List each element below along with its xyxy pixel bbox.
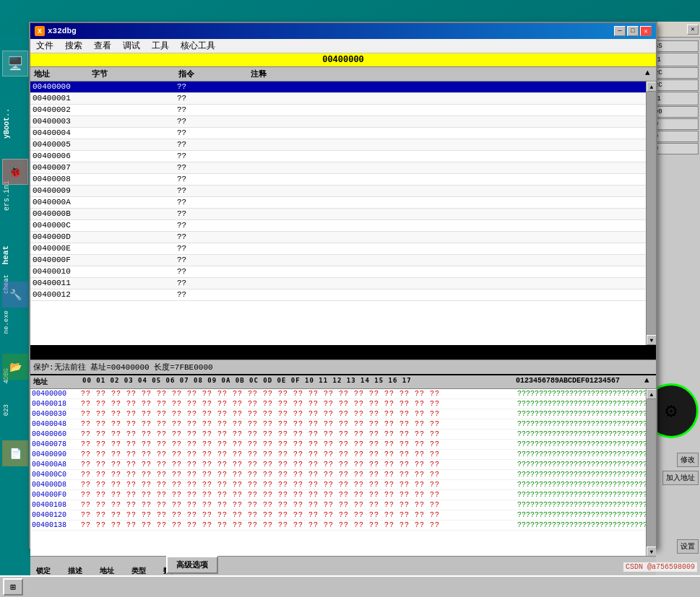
disasm-cell-bytes [88,243,175,254]
hex-row[interactable]: 004000D8 ?? ?? ?? ?? ?? ?? ?? ?? ?? ?? ?… [30,480,646,490]
disasm-cell-bytes [88,105,175,116]
hex-row[interactable]: 00400108 ?? ?? ?? ?? ?? ?? ?? ?? ?? ?? ?… [30,500,646,510]
menu-tools[interactable]: 工具 [149,39,172,53]
disasm-row[interactable]: 00400001 ?? [30,93,646,105]
hex-row[interactable]: 00400030 ?? ?? ?? ?? ?? ?? ?? ?? ?? ?? ?… [30,409,646,419]
hex-row[interactable]: 00400090 ?? ?? ?? ?? ?? ?? ?? ?? ?? ?? ?… [30,450,646,460]
disasm-cell-instr: ?? [175,139,247,150]
icon-4[interactable]: 📂 [2,354,28,380]
hex-row[interactable]: 00400000 ?? ?? ?? ?? ?? ?? ?? ?? ?? ?? ?… [30,389,646,399]
hex-rows[interactable]: 00400000 ?? ?? ?? ?? ?? ?? ?? ?? ?? ?? ?… [30,389,646,556]
hex-row[interactable]: 00400048 ?? ?? ?? ?? ?? ?? ?? ?? ?? ?? ?… [30,419,646,430]
disasm-row[interactable]: 00400009 ?? [30,186,646,197]
hex-cell-ascii: ???????????????????????????????? [516,400,646,408]
hex-cell-addr: 00400030 [30,410,79,418]
hex-cell-bytes: ?? ?? ?? ?? ?? ?? ?? ?? ?? ?? ?? ?? ?? ?… [79,410,516,418]
disasm-scroll-down[interactable]: ▼ [647,335,656,345]
hex-scroll-down[interactable]: ▼ [647,546,656,556]
hex-row[interactable]: 004000A8 ?? ?? ?? ?? ?? ?? ?? ?? ?? ?? ?… [30,460,646,470]
hex-cell-bytes: ?? ?? ?? ?? ?? ?? ?? ?? ?? ?? ?? ?? ?? ?… [79,511,516,519]
hex-cell-ascii: ???????????????????????????????? [516,450,646,458]
hex-cell-addr: 00400120 [30,511,79,519]
hex-cell-bytes: ?? ?? ?? ?? ?? ?? ?? ?? ?? ?? ?? ?? ?? ?… [79,400,516,408]
modify-btn[interactable]: 修改 [677,453,699,467]
disasm-row[interactable]: 00400011 ?? [30,278,646,289]
settings-btn[interactable]: 设置 [677,539,699,554]
disasm-cell-comment [247,278,646,289]
disasm-row[interactable]: 00400007 ?? [30,162,646,174]
disasm-cell-instr: ?? [175,197,247,208]
debugger-window: x x32dbg — □ ✕ 文件 搜索 查看 调试 工具 核心工具 00400… [29,22,657,549]
disasm-row[interactable]: 00400006 ?? [30,151,646,162]
disasm-header: 地址 字节 指令 注释 ▲ [30,67,656,82]
address-bar: 00400000 [30,53,656,67]
hex-cell-addr: 00400108 [30,501,79,509]
menu-search[interactable]: 搜索 [62,39,85,53]
disasm-cell-comment [247,186,646,196]
hex-row[interactable]: 00400018 ?? ?? ?? ?? ?? ?? ?? ?? ?? ?? ?… [30,399,646,409]
disasm-row[interactable]: 00400005 ?? [30,139,646,151]
disasm-row[interactable]: 0040000A ?? [30,197,646,209]
disasm-cell-instr: ?? [175,289,247,300]
minimize-btn[interactable]: — [614,26,626,36]
disasm-scrollbar[interactable]: ▲ ▼ [646,82,656,345]
disasm-row[interactable]: 00400012 ?? [30,289,646,301]
hex-cell-bytes: ?? ?? ?? ?? ?? ?? ?? ?? ?? ?? ?? ?? ?? ?… [79,461,516,469]
hex-cell-addr: 00400090 [30,450,79,458]
close-btn[interactable]: ✕ [640,26,652,36]
cheat-text: heat [1,245,10,264]
disasm-row[interactable]: 00400008 ?? [30,174,646,186]
menu-file[interactable]: 文件 [33,39,56,53]
hex-row[interactable]: 00400078 ?? ?? ?? ?? ?? ?? ?? ?? ?? ?? ?… [30,440,646,450]
right-close-btn[interactable]: ✕ [687,25,699,35]
hex-cell-ascii: ???????????????????????????????? [516,430,646,438]
disasm-row[interactable]: 0040000D ?? [30,232,646,243]
advanced-options-btn[interactable]: 高级选项 [166,556,218,574]
hex-row[interactable]: 004000F0 ?? ?? ?? ?? ?? ?? ?? ?? ?? ?? ?… [30,490,646,500]
disasm-cell-comment [247,105,646,116]
disasm-cell-instr: ?? [175,243,247,254]
disasm-scroll-up[interactable]: ▲ [647,82,656,92]
disasm-cell-addr: 00400008 [30,174,88,185]
icon-2[interactable]: 🐞 [2,159,28,185]
start-btn[interactable]: ⊞ [3,578,23,596]
hex-cell-bytes: ?? ?? ?? ?? ?? ?? ?? ?? ?? ?? ?? ?? ?? ?… [79,450,516,458]
hex-scroll-up[interactable]: ▲ [647,389,656,399]
disasm-cell-instr: ?? [175,278,247,289]
disasm-row[interactable]: 0040000C ?? [30,220,646,232]
disasm-cell-instr: ?? [175,105,247,116]
disasm-cell-addr: 00400012 [30,289,88,300]
add-addr-btn[interactable]: 加入地址 [662,471,699,485]
menu-bar: 文件 搜索 查看 调试 工具 核心工具 [30,39,656,53]
icon-1[interactable]: 🖥️ [2,51,28,77]
hex-col-bytes: 00 01 02 03 04 05 06 07 08 09 0A 0B 0C 0… [81,376,514,388]
disasm-row[interactable]: 0040000B ?? [30,209,646,220]
disasm-cell-instr: ?? [175,93,247,104]
hex-row[interactable]: 00400138 ?? ?? ?? ?? ?? ?? ?? ?? ?? ?? ?… [30,520,646,531]
disasm-row[interactable]: 0040000E ?? [30,243,646,255]
menu-core[interactable]: 核心工具 [178,39,218,53]
csdn-watermark: CSDN @a756598009 [623,562,697,572]
icon-5[interactable]: 📄 [2,440,28,466]
disasm-panel: 地址 字节 指令 注释 ▲ 00400000 ?? 00400001 ?? 00… [30,67,656,345]
disasm-cell-addr: 0040000A [30,197,88,208]
disasm-row[interactable]: 0040000F ?? [30,255,646,266]
disasm-cell-bytes [88,128,175,139]
hex-cell-bytes: ?? ?? ?? ?? ?? ?? ?? ?? ?? ?? ?? ?? ?? ?… [79,501,516,509]
disasm-cell-comment [247,82,646,92]
disasm-row[interactable]: 00400010 ?? [30,266,646,278]
disasm-cell-comment [247,266,646,277]
icon-3[interactable]: 🔧 [2,282,28,308]
disasm-row[interactable]: 00400000 ?? [30,82,646,93]
hex-row[interactable]: 00400060 ?? ?? ?? ?? ?? ?? ?? ?? ?? ?? ?… [30,430,646,440]
hex-row[interactable]: 00400120 ?? ?? ?? ?? ?? ?? ?? ?? ?? ?? ?… [30,510,646,520]
maximize-btn[interactable]: □ [627,26,639,36]
disasm-row[interactable]: 00400002 ?? [30,105,646,116]
disasm-rows[interactable]: 00400000 ?? 00400001 ?? 00400002 ?? 0040… [30,82,646,331]
disasm-row[interactable]: 00400004 ?? [30,128,646,139]
hex-row[interactable]: 004000C0 ?? ?? ?? ?? ?? ?? ?? ?? ?? ?? ?… [30,470,646,480]
hex-scrollbar[interactable]: ▲ ▼ [646,389,656,556]
menu-debug[interactable]: 调试 [120,39,143,53]
menu-view[interactable]: 查看 [91,39,114,53]
disasm-row[interactable]: 00400003 ?? [30,116,646,128]
